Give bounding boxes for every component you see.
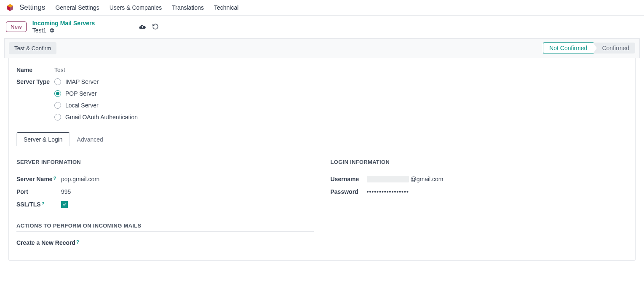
- menu-users-companies[interactable]: Users & Companies: [110, 4, 162, 11]
- name-label: Name: [16, 67, 54, 73]
- help-icon[interactable]: ?: [42, 201, 45, 206]
- app-logo-icon: [6, 3, 14, 12]
- form-tabs: Server & Login Advanced: [16, 132, 628, 146]
- radio-icon: [54, 78, 61, 85]
- radio-local-server[interactable]: Local Server: [54, 102, 138, 109]
- new-button[interactable]: New: [6, 21, 27, 32]
- server-info-title: Server Information: [16, 159, 314, 168]
- status-bar: Test & Confirm Not Confirmed Confirmed: [4, 38, 640, 58]
- password-value[interactable]: •••••••••••••••••: [367, 188, 409, 195]
- top-menu: General Settings Users & Companies Trans…: [55, 4, 238, 11]
- port-label: Port: [16, 188, 59, 195]
- app-title: Settings: [19, 3, 45, 12]
- login-info-title: Login Information: [331, 159, 628, 168]
- menu-general-settings[interactable]: General Settings: [55, 4, 99, 11]
- port-value[interactable]: 995: [61, 188, 71, 195]
- cloud-upload-icon[interactable]: [139, 23, 146, 31]
- tab-server-login[interactable]: Server & Login: [16, 132, 70, 146]
- login-info-column: Login Information Username @gmail.com Pa…: [331, 159, 628, 252]
- name-value[interactable]: Test: [54, 67, 65, 73]
- status-confirmed[interactable]: Confirmed: [593, 43, 635, 54]
- form-sheet: Name Test Server Type IMAP Server POP Se…: [8, 58, 636, 261]
- breadcrumb: Incoming Mail Servers Test1: [32, 20, 95, 34]
- radio-icon: [54, 114, 61, 121]
- actions-section-title: Actions to Perform on Incoming Mails: [16, 222, 314, 232]
- subheader: New Incoming Mail Servers Test1: [0, 16, 644, 38]
- server-type-radio-group: IMAP Server POP Server Local Server Gmai…: [54, 78, 138, 121]
- radio-label: Gmail OAuth Authentication: [65, 114, 138, 121]
- undo-icon[interactable]: [152, 23, 159, 31]
- username-label: Username: [331, 176, 364, 182]
- radio-gmail-oauth[interactable]: Gmail OAuth Authentication: [54, 114, 138, 121]
- password-label: Password: [331, 188, 364, 195]
- test-confirm-button[interactable]: Test & Confirm: [9, 42, 56, 54]
- help-icon[interactable]: ?: [53, 176, 56, 181]
- ssl-tls-checkbox[interactable]: [61, 201, 68, 208]
- server-info-column: Server Information Server Name ? pop.gma…: [16, 159, 314, 252]
- radio-label: POP Server: [65, 90, 96, 97]
- status-pills: Not Confirmed Confirmed: [543, 42, 635, 54]
- username-redacted-icon: [367, 176, 409, 182]
- radio-imap-server[interactable]: IMAP Server: [54, 78, 138, 85]
- breadcrumb-parent[interactable]: Incoming Mail Servers: [32, 20, 95, 27]
- username-suffix: @gmail.com: [411, 176, 444, 182]
- radio-icon: [54, 102, 61, 109]
- top-navbar: Settings General Settings Users & Compan…: [0, 0, 644, 16]
- server-type-label: Server Type: [16, 78, 54, 85]
- help-icon[interactable]: ?: [76, 239, 79, 244]
- server-name-label: Server Name ?: [16, 176, 59, 182]
- radio-pop-server[interactable]: POP Server: [54, 90, 138, 97]
- username-value[interactable]: @gmail.com: [367, 176, 444, 182]
- create-record-label: Create a New Record ?: [16, 239, 79, 246]
- breadcrumb-current: Test1: [32, 27, 46, 34]
- ssl-tls-label: SSL/TLS ?: [16, 201, 59, 208]
- menu-translations[interactable]: Translations: [172, 4, 204, 11]
- tab-advanced[interactable]: Advanced: [70, 132, 110, 146]
- radio-icon-checked: [54, 90, 61, 97]
- radio-label: Local Server: [65, 102, 99, 109]
- server-name-value[interactable]: pop.gmail.com: [61, 176, 99, 182]
- tab-content: Server Information Server Name ? pop.gma…: [16, 146, 628, 252]
- gear-icon[interactable]: [49, 27, 55, 33]
- radio-label: IMAP Server: [65, 78, 99, 85]
- status-not-confirmed[interactable]: Not Confirmed: [543, 42, 593, 54]
- breadcrumb-icons: [139, 23, 159, 31]
- menu-technical[interactable]: Technical: [214, 4, 238, 11]
